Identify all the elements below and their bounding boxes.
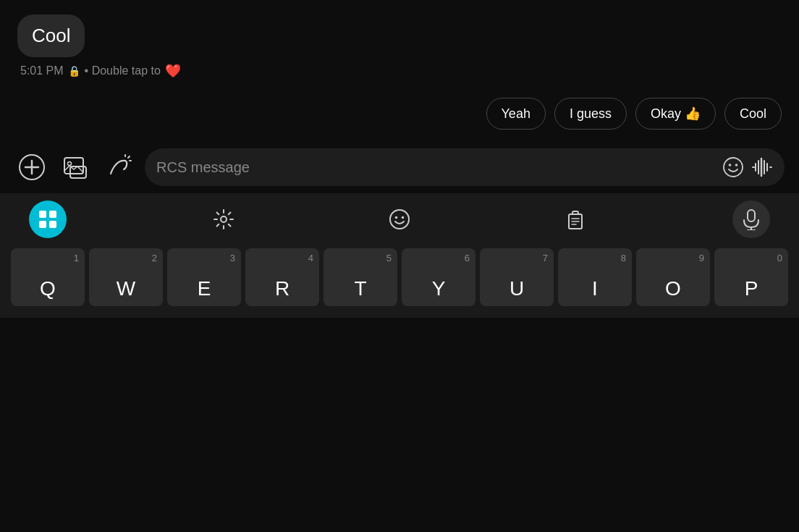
input-row (0, 141, 799, 193)
gallery-button[interactable] (58, 150, 93, 185)
keyboard-row-1: 1Q 2W 3E 4R 5T 6Y 7U 8I 9O 0P (4, 248, 795, 306)
svg-point-21 (390, 210, 409, 229)
magic-compose-button[interactable] (101, 150, 136, 185)
quick-reply-cool[interactable]: Cool (724, 98, 782, 130)
svg-rect-18 (39, 221, 46, 228)
key-q[interactable]: 1Q (11, 248, 85, 306)
lock-icon: 🔒 (68, 65, 80, 77)
keyboard-emoji-button[interactable] (381, 200, 418, 238)
svg-point-5 (68, 162, 72, 166)
svg-point-20 (221, 216, 227, 222)
quick-replies-row: Yeah I guess Okay 👍 Cool (0, 86, 799, 141)
key-w[interactable]: 2W (89, 248, 163, 306)
key-o[interactable]: 9O (636, 248, 710, 306)
key-i[interactable]: 8I (558, 248, 632, 306)
key-t[interactable]: 5T (324, 248, 397, 306)
svg-rect-19 (49, 221, 56, 228)
add-attachment-button[interactable] (14, 150, 49, 185)
message-text: Cool (32, 25, 70, 46)
svg-point-23 (402, 216, 405, 219)
svg-rect-16 (39, 211, 46, 218)
heart-icon: ❤️ (165, 63, 181, 79)
message-time: 5:01 PM (20, 64, 64, 77)
svg-point-6 (724, 158, 743, 177)
message-input-container[interactable] (145, 148, 785, 186)
message-input[interactable] (156, 159, 715, 176)
keyboard-apps-button[interactable] (29, 200, 67, 238)
quick-reply-yeah[interactable]: Yeah (486, 98, 546, 130)
message-bubble: Cool (17, 14, 85, 57)
keyboard: 1Q 2W 3E 4R 5T 6Y 7U 8I 9O 0P (0, 245, 799, 318)
key-r[interactable]: 4R (245, 248, 319, 306)
keyboard-mic-button[interactable] (732, 200, 770, 238)
quick-reply-iguess[interactable]: I guess (554, 98, 627, 130)
svg-rect-17 (49, 211, 56, 218)
quick-reply-okay[interactable]: Okay 👍 (635, 98, 716, 130)
key-u[interactable]: 7U (480, 248, 554, 306)
keyboard-settings-button[interactable] (205, 200, 242, 238)
message-area: Cool 5:01 PM 🔒 • Double tap to ❤️ (0, 0, 799, 86)
svg-point-7 (729, 164, 732, 166)
svg-point-22 (395, 216, 398, 219)
svg-point-8 (735, 164, 738, 166)
voice-input-button[interactable] (751, 156, 773, 178)
key-p[interactable]: 0P (714, 248, 788, 306)
svg-rect-28 (748, 210, 755, 221)
key-y[interactable]: 6Y (402, 248, 475, 306)
key-e[interactable]: 3E (167, 248, 241, 306)
message-meta: 5:01 PM 🔒 • Double tap to ❤️ (20, 63, 782, 79)
emoji-button[interactable] (722, 156, 744, 178)
double-tap-text: • Double tap to (85, 64, 161, 77)
keyboard-toolbar (0, 193, 799, 245)
keyboard-clipboard-button[interactable] (557, 200, 594, 238)
